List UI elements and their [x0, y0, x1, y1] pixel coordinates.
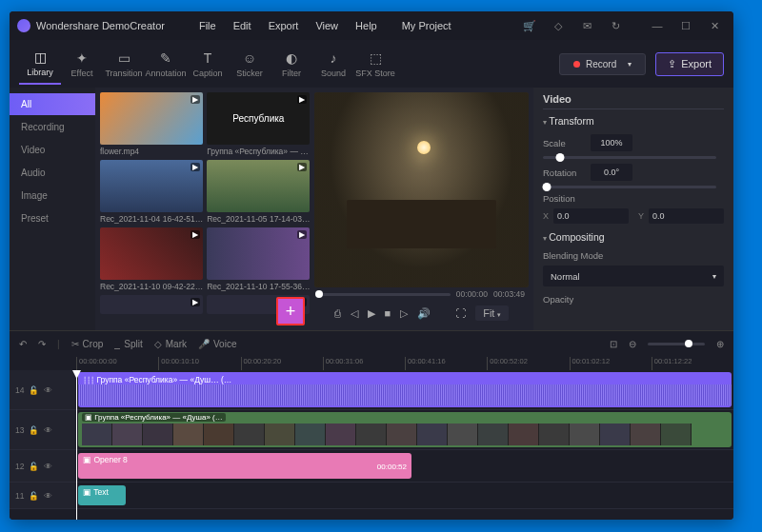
media-thumb[interactable]: ▶flower.mp4	[100, 92, 203, 156]
position-label: Position	[543, 193, 591, 204]
clip-label: Text	[93, 487, 109, 497]
sidebar-item-recording[interactable]: Recording	[10, 116, 95, 138]
scale-slider[interactable]	[543, 156, 716, 159]
rotation-slider[interactable]	[543, 186, 716, 188]
voice-button[interactable]: 🎤 Voice	[198, 339, 236, 349]
text-clip[interactable]: ▣ Text	[78, 485, 126, 505]
fullscreen-button[interactable]: ⛶	[455, 307, 466, 319]
clip-label: Группа «Республика» — «Душ… (…	[96, 375, 231, 384]
film-icon: ▣	[83, 455, 91, 464]
sidebar-item-preset[interactable]: Preset	[10, 207, 95, 229]
tab-sfx[interactable]: ⬚SFX Store	[354, 43, 396, 85]
record-button[interactable]: Record▾	[559, 53, 646, 75]
lock-icon[interactable]: 🔓	[29, 491, 39, 501]
tab-sticker[interactable]: ☺Sticker	[229, 43, 271, 85]
media-thumb[interactable]: ▶Rec_2021-11-04 16-42-51…	[100, 160, 203, 224]
rotation-value[interactable]: 0.0°	[591, 164, 632, 181]
position-x-input[interactable]	[553, 208, 629, 224]
y-label: Y	[638, 211, 644, 221]
transition-icon: ▭	[118, 50, 130, 66]
blending-mode-select[interactable]: Normal▾	[543, 266, 724, 286]
eye-icon[interactable]: 👁	[44, 491, 52, 501]
tab-effect[interactable]: ✦Effect	[61, 43, 103, 85]
section-transform[interactable]: Transform	[543, 115, 724, 127]
maximize-button[interactable]: ☐	[674, 15, 697, 36]
lock-icon[interactable]: 🔓	[29, 385, 39, 395]
snapshot-button[interactable]: ⎙	[334, 307, 341, 319]
camera-icon: ▶	[297, 230, 307, 239]
audio-clip[interactable]: ┆┆┆ Группа «Республика» — «Душ… (…	[78, 372, 732, 407]
menu-project[interactable]: My Project	[396, 18, 457, 33]
lock-icon[interactable]: 🔓	[29, 425, 39, 435]
tab-annotation[interactable]: ✎Annotation	[145, 43, 187, 85]
eye-icon[interactable]: 👁	[44, 462, 52, 471]
tab-filter[interactable]: ◐Filter	[271, 43, 312, 85]
track-number: 13	[15, 425, 24, 435]
zoom-slider[interactable]	[648, 343, 705, 345]
media-thumb[interactable]: ▶Rec_2021-11-05 17-14-03…	[207, 160, 310, 224]
mark-button[interactable]: ◇ Mark	[154, 339, 187, 349]
user-icon[interactable]: ◇	[547, 15, 570, 36]
prev-button[interactable]: ◁	[351, 307, 358, 320]
eye-icon[interactable]: 👁	[44, 385, 52, 395]
zoom-out-button[interactable]: ⊖	[629, 339, 636, 349]
camera-icon: ▶	[297, 95, 307, 104]
sidebar-item-all[interactable]: All	[10, 93, 95, 115]
tab-library[interactable]: ◫Library	[19, 43, 61, 85]
menu-export[interactable]: Export	[263, 18, 305, 33]
zoom-fit-button[interactable]: ⊡	[610, 339, 617, 349]
preview-progress[interactable]	[318, 293, 451, 296]
media-thumb[interactable]: ▶Rec_2021-11-10 09-42-22…	[100, 227, 203, 291]
playhead[interactable]	[76, 370, 77, 520]
refresh-icon[interactable]: ↻	[604, 15, 627, 36]
menu-view[interactable]: View	[310, 18, 344, 33]
eye-icon[interactable]: 👁	[44, 425, 52, 435]
sidebar-item-image[interactable]: Image	[10, 185, 95, 207]
position-y-input[interactable]	[649, 208, 724, 224]
minimize-button[interactable]: —	[646, 15, 669, 36]
redo-button[interactable]: ↷	[38, 339, 46, 349]
close-button[interactable]: ✕	[703, 15, 726, 36]
menu-help[interactable]: Help	[350, 18, 383, 33]
add-media-button[interactable]: +	[276, 297, 305, 325]
lock-icon[interactable]: 🔓	[29, 462, 39, 471]
media-gallery: ▶flower.mp4 Республика▶Группа «Республик…	[95, 88, 310, 330]
upload-icon: ⇪	[668, 58, 676, 70]
fit-dropdown[interactable]: Fit ▾	[475, 305, 509, 321]
library-sidebar: All Recording Video Audio Image Preset	[10, 88, 95, 330]
zoom-in-button[interactable]: ⊕	[716, 339, 724, 349]
menu-file[interactable]: File	[193, 18, 222, 33]
export-button[interactable]: ⇪Export	[655, 52, 724, 76]
stop-button[interactable]: ■	[385, 307, 391, 319]
media-thumb[interactable]: ▶	[100, 295, 203, 314]
cart-icon[interactable]: 🛒	[518, 15, 541, 36]
tab-caption[interactable]: TCaption	[187, 43, 229, 85]
tab-transition[interactable]: ▭Transition	[103, 43, 145, 85]
opener-clip[interactable]: ▣ Opener 8 00:00:52	[78, 453, 411, 479]
preview-viewport	[314, 92, 529, 287]
media-thumb[interactable]: ▶Rec_2021-11-10 17-55-36…	[207, 227, 310, 291]
sidebar-item-video[interactable]: Video	[10, 139, 95, 161]
next-button[interactable]: ▷	[400, 307, 408, 320]
video-clip[interactable]: ▣ Группа «Республика» — «Душа» (…	[78, 412, 732, 447]
opacity-label: Opacity	[543, 294, 573, 305]
sidebar-item-audio[interactable]: Audio	[10, 162, 95, 184]
clip-label: Opener 8	[93, 455, 127, 464]
media-thumb[interactable]: Республика▶Группа «Республика» — …	[207, 92, 310, 156]
chevron-down-icon: ▾	[497, 311, 501, 318]
time-ruler[interactable]: 00:00:00:00 00:00:10:10 00:00:20:20 00:0…	[10, 357, 733, 370]
scale-value[interactable]: 100%	[591, 134, 632, 151]
titlebar: Wondershare DemoCreator File Edit Export…	[10, 11, 733, 40]
menu-edit[interactable]: Edit	[228, 18, 257, 33]
props-header: Video	[543, 93, 724, 109]
camera-icon: ▶	[190, 230, 200, 239]
undo-button[interactable]: ↶	[19, 339, 27, 349]
volume-button[interactable]: 🔊	[417, 307, 431, 320]
split-button[interactable]: ⎯ Split	[114, 339, 142, 349]
mail-icon[interactable]: ✉	[575, 15, 598, 36]
sticker-icon: ☺	[243, 50, 256, 66]
tab-sound[interactable]: ♪Sound	[312, 43, 354, 85]
crop-button[interactable]: ✂ Crop	[71, 339, 104, 349]
play-button[interactable]: ▶	[368, 307, 375, 320]
section-compositing[interactable]: Compositing	[543, 231, 724, 243]
